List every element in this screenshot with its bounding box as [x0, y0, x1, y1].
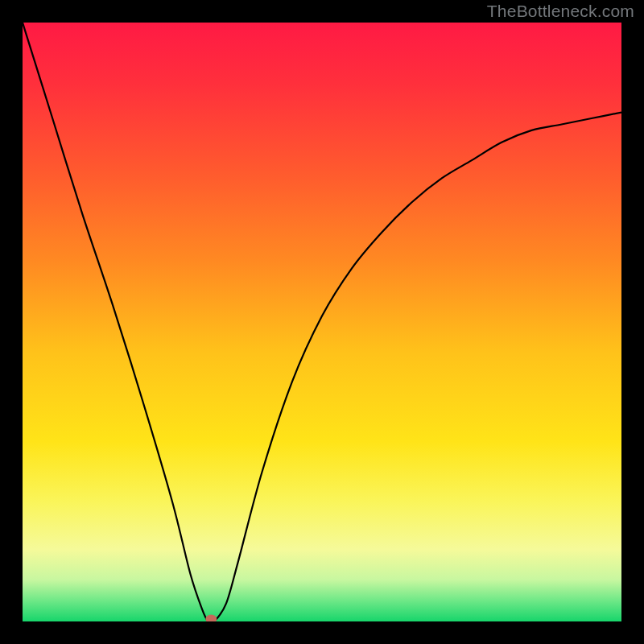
watermark-text: TheBottleneck.com: [487, 2, 634, 21]
plot-svg: [23, 23, 621, 621]
gradient-background: [23, 23, 621, 621]
bottleneck-plot: [23, 23, 621, 621]
